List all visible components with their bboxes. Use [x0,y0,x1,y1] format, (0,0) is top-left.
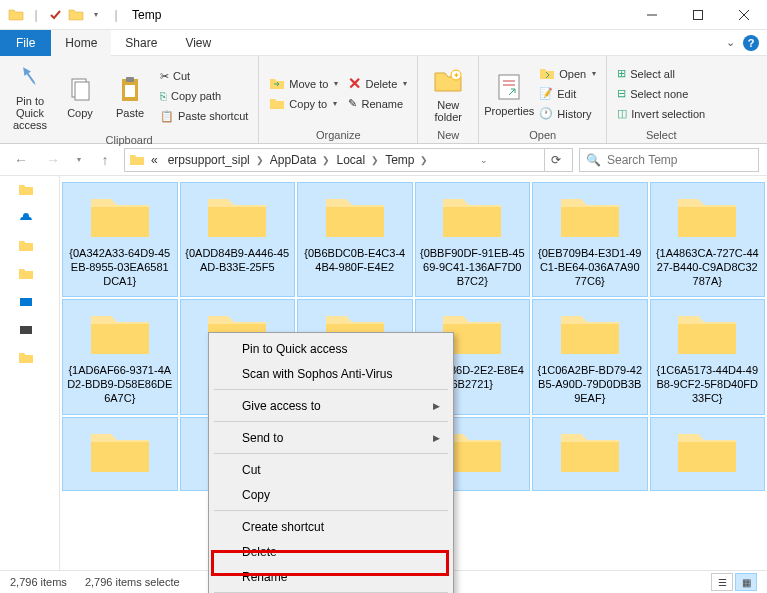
copy-path-button[interactable]: ⎘Copy path [156,86,252,106]
group-label: Clipboard [6,133,252,146]
folder-icon [87,191,153,241]
chevron-right-icon[interactable]: ❯ [322,155,330,165]
folder-name: {0ADD84B9-A446-45AD-B33E-25F5 [185,247,291,275]
chevron-right-icon[interactable]: ❯ [256,155,264,165]
nav-item[interactable] [18,350,42,368]
cm-separator [214,510,448,511]
breadcrumb-dropdown[interactable]: ⌄ [480,155,488,165]
file-tab[interactable]: File [0,30,51,56]
folder-item[interactable]: {0A342A33-64D9-45EB-8955-03EA6581DCA1} [62,182,178,297]
folder-icon [674,426,740,476]
ribbon-group-new: ✦ New folder New [418,56,479,143]
open-button[interactable]: Open▾ [535,64,600,84]
pin-label: Pin to Quick access [8,95,52,131]
icons-view-button[interactable]: ▦ [735,573,757,591]
folder-item[interactable]: {0EB709B4-E3D1-49C1-BE64-036A7A9077C6} [532,182,648,297]
breadcrumb[interactable]: « erpsupport_sipl ❯ AppData ❯ Local ❯ Te… [124,148,573,172]
copy-to-button[interactable]: Copy to▾ [265,94,342,114]
svg-rect-7 [126,77,134,82]
folder-name: {1C6A5173-44D4-49B8-9CF2-5F8D40FD33FC} [655,364,761,405]
nav-item[interactable] [18,210,42,228]
breadcrumb-ellipsis[interactable]: « [147,153,162,167]
back-button[interactable]: ← [8,147,34,173]
view-tab[interactable]: View [171,30,225,56]
navigation-pane[interactable] [0,176,60,570]
folder-icon [87,426,153,476]
search-input[interactable]: 🔍 Search Temp [579,148,759,172]
nav-item[interactable] [18,294,42,312]
status-item-count: 2,796 items [10,576,67,588]
folder-item[interactable] [532,417,648,491]
close-button[interactable] [721,0,767,30]
ribbon: Pin to Quick access Copy Paste ✂Cut ⎘Cop… [0,56,767,144]
copy-button[interactable]: Copy [56,59,104,133]
nav-item[interactable] [18,238,42,256]
folder-item[interactable]: {1C6A5173-44D4-49B8-9CF2-5F8D40FD33FC} [650,299,766,414]
help-icon[interactable]: ? [743,35,759,51]
cm-scan[interactable]: Scan with Sophos Anti-Virus [212,361,450,386]
cm-pin[interactable]: Pin to Quick access [212,336,450,361]
nav-item[interactable] [18,182,42,200]
properties-button[interactable]: Properties [485,59,533,128]
address-bar: ← → ▾ ↑ « erpsupport_sipl ❯ AppData ❯ Lo… [0,144,767,176]
svg-rect-11 [499,75,519,99]
home-tab[interactable]: Home [51,30,111,56]
details-view-button[interactable]: ☰ [711,573,733,591]
history-button[interactable]: 🕐History [535,104,600,124]
cm-rename[interactable]: Rename [212,564,450,589]
breadcrumb-part[interactable]: AppData [266,153,321,167]
path-icon: ⎘ [160,90,167,102]
cm-copy[interactable]: Copy [212,482,450,507]
move-to-button[interactable]: Move to▾ [265,74,342,94]
chevron-right-icon[interactable]: ❯ [420,155,428,165]
breadcrumb-part[interactable]: Local [332,153,369,167]
folder-item[interactable] [650,417,766,491]
chevron-right-icon[interactable]: ❯ [371,155,379,165]
folder-item[interactable]: {0B6BDC0B-E4C3-44B4-980F-E4E2 [297,182,413,297]
window-controls [629,0,767,30]
cm-delete[interactable]: Delete [212,539,450,564]
breadcrumb-part[interactable]: erpsupport_sipl [164,153,254,167]
paste-button[interactable]: Paste [106,59,154,133]
new-folder-button[interactable]: ✦ New folder [424,59,472,128]
delete-button[interactable]: ✕Delete▾ [344,74,411,94]
collapse-ribbon-icon[interactable]: ⌄ [726,36,735,49]
checkmark-icon[interactable] [48,7,64,23]
folder-icon [674,191,740,241]
rename-icon: ✎ [348,97,357,110]
nav-item[interactable] [18,266,42,284]
edit-button[interactable]: 📝Edit [535,84,600,104]
select-none-button[interactable]: ⊟Select none [613,84,709,104]
select-all-button[interactable]: ⊞Select all [613,64,709,84]
folder-item[interactable]: {0BBF90DF-91EB-4569-9C41-136AF7D0B7C2} [415,182,531,297]
minimize-button[interactable] [629,0,675,30]
recent-dropdown[interactable]: ▾ [72,147,86,173]
refresh-button[interactable]: ⟳ [544,149,568,171]
folder-icon [557,191,623,241]
rename-button[interactable]: ✎Rename [344,94,411,114]
ribbon-group-open: Properties Open▾ 📝Edit 🕐History Open [479,56,607,143]
folder-item[interactable] [62,417,178,491]
up-button[interactable]: ↑ [92,147,118,173]
folder-item[interactable]: {1AD6AF66-9371-4AD2-BDB9-D58E86DE6A7C} [62,299,178,414]
cm-give-access[interactable]: Give access to [212,393,450,418]
pin-quick-access-button[interactable]: Pin to Quick access [6,59,54,133]
breadcrumb-part[interactable]: Temp [381,153,418,167]
paste-shortcut-button[interactable]: 📋Paste shortcut [156,106,252,126]
folder-name: {0EB709B4-E3D1-49C1-BE64-036A7A9077C6} [537,247,643,288]
cm-send-to[interactable]: Send to [212,425,450,450]
divider-icon: | [108,7,124,23]
qat-dropdown-icon[interactable]: ▾ [88,7,104,23]
forward-button[interactable]: → [40,147,66,173]
folder-item[interactable]: {1A4863CA-727C-4427-B440-C9AD8C32787A} [650,182,766,297]
maximize-button[interactable] [675,0,721,30]
invert-selection-button[interactable]: ◫Invert selection [613,104,709,124]
cm-create-shortcut[interactable]: Create shortcut [212,514,450,539]
cut-button[interactable]: ✂Cut [156,66,252,86]
share-tab[interactable]: Share [111,30,171,56]
cm-cut[interactable]: Cut [212,457,450,482]
folder-item[interactable]: {0ADD84B9-A446-45AD-B33E-25F5 [180,182,296,297]
nav-item[interactable] [18,322,42,340]
new-folder-label: New folder [435,99,463,123]
folder-item[interactable]: {1C06A2BF-BD79-42B5-A90D-79D0DB3B9EAF} [532,299,648,414]
